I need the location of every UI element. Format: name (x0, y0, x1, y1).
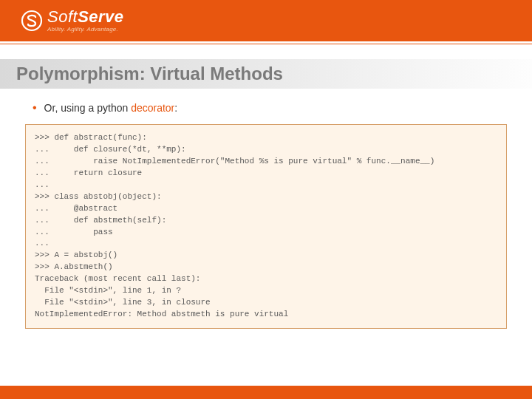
brand-name: SoftServe (47, 9, 124, 25)
brand-mark-icon (21, 10, 43, 32)
brand-tagline: Ability. Agility. Advantage. (47, 27, 124, 33)
bullet-item: • Or, using a python decorator: (33, 102, 507, 114)
bullet-prefix: Or, using a python (44, 102, 132, 114)
page-title: Polymorphism: Virtual Methods (16, 64, 516, 84)
bullet-keyword: decorator (131, 102, 174, 114)
header-bar: SoftServe Ability. Agility. Advantage. (0, 0, 532, 41)
brand-name-prefix: Soft (47, 7, 78, 26)
brand-name-suffix: Serve (78, 7, 123, 26)
brand-logo: SoftServe Ability. Agility. Advantage. (21, 9, 124, 33)
title-row: Polymorphism: Virtual Methods (0, 59, 532, 89)
code-block: >>> def abstract(func): ... def closure(… (25, 124, 507, 329)
content-area: • Or, using a python decorator: >>> def … (0, 89, 532, 329)
bullet-text: Or, using a python decorator: (44, 102, 178, 114)
bullet-suffix: : (174, 102, 177, 114)
header-divider (0, 41, 532, 44)
footer-bar (0, 386, 532, 399)
bullet-icon: • (33, 102, 37, 114)
